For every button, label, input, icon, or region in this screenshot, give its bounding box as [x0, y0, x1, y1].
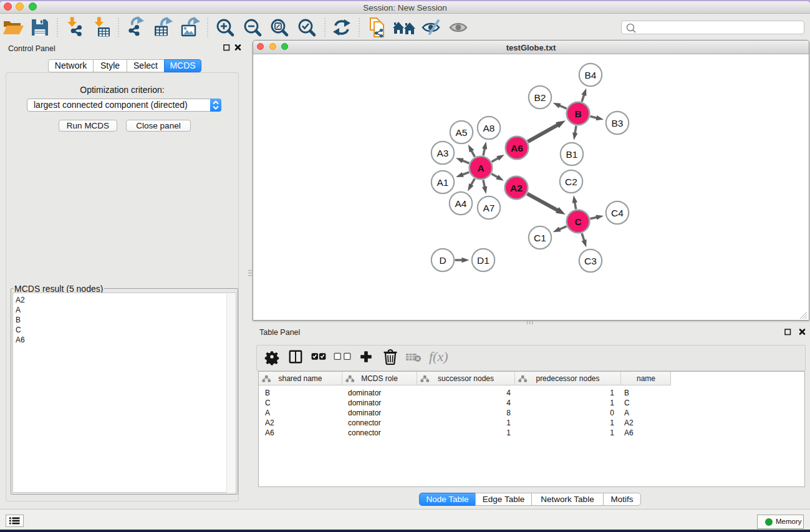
svg-text:f(x): f(x)	[429, 349, 448, 364]
svg-text:C2: C2	[565, 177, 577, 187]
svg-text:A5: A5	[456, 127, 468, 138]
svg-text:A: A	[477, 163, 484, 173]
svg-text:A3: A3	[437, 148, 449, 158]
svg-text:A7: A7	[483, 203, 495, 213]
svg-text:D1: D1	[477, 255, 489, 266]
svg-text:A6: A6	[511, 143, 523, 153]
svg-text:A1: A1	[437, 177, 449, 188]
svg-text:C3: C3	[584, 256, 597, 266]
svg-text:C: C	[574, 216, 581, 227]
svg-text:D: D	[439, 255, 446, 266]
svg-text:B2: B2	[534, 92, 546, 103]
svg-text:B: B	[574, 109, 581, 119]
svg-text:C1: C1	[534, 233, 546, 243]
svg-text:A2: A2	[510, 183, 523, 193]
svg-text:B1: B1	[566, 149, 578, 160]
svg-text:C4: C4	[611, 208, 624, 218]
svg-text:B4: B4	[585, 70, 597, 80]
svg-text:A8: A8	[483, 123, 495, 133]
svg-text:A4: A4	[455, 198, 467, 209]
svg-text:B3: B3	[612, 118, 624, 128]
